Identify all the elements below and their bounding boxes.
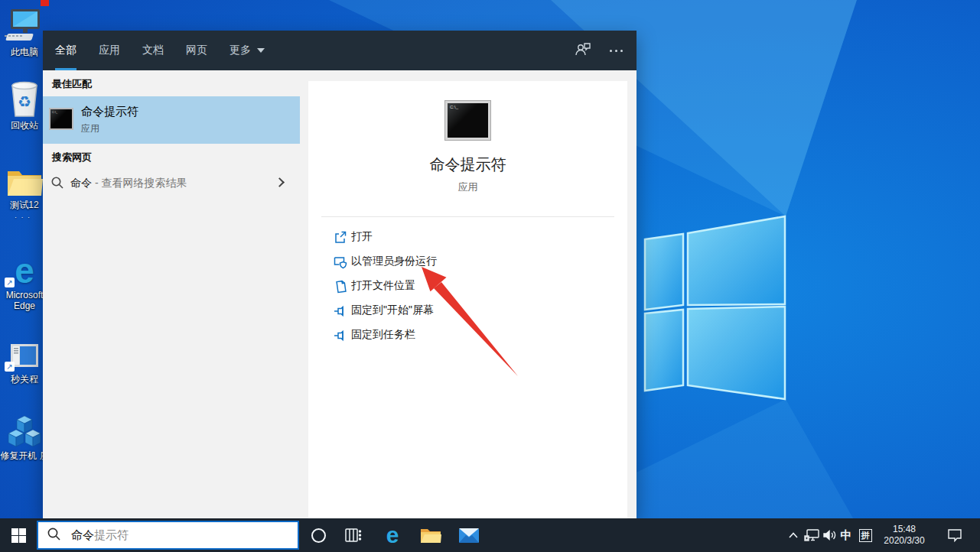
mail-icon xyxy=(458,528,480,544)
action-run-as-admin[interactable]: 以管理员身份运行 xyxy=(308,250,627,274)
chevron-up-icon xyxy=(789,532,798,538)
action-label: 打开 xyxy=(351,230,373,244)
red-icon-fragment xyxy=(41,0,49,6)
action-label: 固定到"开始"屏幕 xyxy=(351,304,434,317)
tab-label: 网页 xyxy=(186,44,207,57)
edge-icon: e ↗ xyxy=(0,249,49,287)
taskbar-search-input[interactable]: 命令提示符 xyxy=(37,521,299,550)
divider xyxy=(321,216,614,217)
action-label: 以管理员身份运行 xyxy=(351,255,437,268)
tab-apps[interactable]: 应用 xyxy=(99,31,120,70)
desktop-icon-recycle-bin[interactable]: ♻ 回收站 xyxy=(0,80,49,131)
action-open[interactable]: 打开 xyxy=(308,226,627,250)
run-as-admin-icon xyxy=(334,255,347,269)
tray-ime-language[interactable]: 中 xyxy=(837,518,855,552)
task-view-icon xyxy=(344,527,363,544)
web-query-text: 命令 - 查看网络搜索结果 xyxy=(70,177,187,190)
folder-icon xyxy=(0,159,49,197)
cortana-icon xyxy=(311,528,326,543)
result-subtitle: 应用 xyxy=(81,122,99,135)
feedback-user-icon[interactable] xyxy=(575,41,591,60)
desktop-icon-this-pc[interactable]: 此电脑 xyxy=(0,6,49,57)
section-web-search: 搜索网页 xyxy=(52,151,92,164)
tab-label: 更多 xyxy=(230,44,251,57)
recycle-bin-icon: ♻ xyxy=(0,80,49,118)
chevron-down-icon xyxy=(257,48,265,53)
edge-icon: e xyxy=(386,524,399,547)
open-file-location-icon xyxy=(334,280,347,294)
tab-more[interactable]: 更多 xyxy=(230,31,265,70)
desktop-icon-label: Microsoft Edge xyxy=(0,290,49,311)
speaker-icon xyxy=(822,529,838,541)
detail-app-title: 命令提示符 xyxy=(308,154,627,175)
ime-lang-label: 中 xyxy=(841,528,852,543)
folder-icon xyxy=(420,527,441,544)
tab-label: 文档 xyxy=(142,44,164,57)
chevron-right-icon[interactable] xyxy=(275,177,285,187)
shortcut-arrow-icon: ↗ xyxy=(5,362,15,372)
this-pc-icon xyxy=(0,6,49,44)
search-suggestion-text: 提示符 xyxy=(94,528,129,543)
pinyin-icon: 拼 xyxy=(859,529,872,542)
desktop-icon-label: 此电脑 xyxy=(0,47,49,57)
search-icon xyxy=(50,176,64,193)
web-hint-text: - 查看网络搜索结果 xyxy=(95,177,187,189)
action-pin-to-start[interactable]: 固定到"开始"屏幕 xyxy=(308,299,627,323)
action-center-button[interactable] xyxy=(939,518,970,552)
action-label: 固定到任务栏 xyxy=(351,328,415,342)
pin-to-start-icon xyxy=(334,304,347,318)
clock-date: 2020/3/30 xyxy=(884,535,924,547)
desktop-icon-label: 修复开机 屏 xyxy=(0,450,49,461)
result-detail-panel: C:\_ 命令提示符 应用 打开 以管理员身份运行 xyxy=(308,81,627,518)
pin-to-taskbar-icon xyxy=(334,329,347,343)
windows-logo-shape xyxy=(645,216,785,399)
clock-time: 15:48 xyxy=(893,524,916,535)
desktop-icon-label: 回收站 xyxy=(0,120,49,131)
tray-network-button[interactable] xyxy=(802,518,822,552)
windows-logo-icon xyxy=(11,528,26,543)
more-options-icon[interactable] xyxy=(610,50,623,52)
tab-all[interactable]: 全部 xyxy=(55,31,77,70)
detail-app-type: 应用 xyxy=(308,180,627,194)
search-filter-bar: 全部 应用 文档 网页 更多 xyxy=(43,31,637,70)
tab-label: 应用 xyxy=(99,44,120,57)
web-search-result[interactable]: 命令 - 查看网络搜索结果 xyxy=(43,170,300,197)
action-open-file-location[interactable]: 打开文件位置 xyxy=(308,274,627,299)
desktop-icon-label: 测试12 xyxy=(0,200,49,210)
search-flyout: 全部 应用 文档 网页 更多 最佳匹配 C xyxy=(43,31,637,518)
section-best-match: 最佳匹配 xyxy=(52,77,92,91)
app-window-icon: ↗ xyxy=(0,333,49,372)
desktop-icon-folder-test[interactable]: 测试12 ... xyxy=(0,159,49,219)
search-icon xyxy=(47,527,61,544)
cortana-button[interactable] xyxy=(301,518,335,552)
tab-web[interactable]: 网页 xyxy=(186,31,207,70)
cubes-icon xyxy=(0,410,49,448)
tab-documents[interactable]: 文档 xyxy=(142,31,164,70)
edge-taskbar-button[interactable]: e xyxy=(375,518,410,552)
search-typed-text: 命令 xyxy=(71,528,94,543)
file-explorer-button[interactable] xyxy=(413,518,448,552)
task-view-button[interactable] xyxy=(338,518,369,552)
svg-text:♻: ♻ xyxy=(18,93,31,110)
shortcut-arrow-icon: ↗ xyxy=(5,278,15,287)
open-icon xyxy=(334,231,347,245)
network-icon xyxy=(804,529,819,541)
action-pin-to-taskbar[interactable]: 固定到任务栏 xyxy=(308,323,627,348)
action-center-icon xyxy=(947,528,962,542)
desktop-icon-repair-boot[interactable]: 修复开机 屏 xyxy=(0,410,49,461)
mail-button[interactable] xyxy=(451,518,487,552)
tray-show-hidden-icons[interactable] xyxy=(785,518,802,552)
action-label: 打开文件位置 xyxy=(351,279,415,293)
taskbar: 命令提示符 e xyxy=(0,518,980,552)
tray-ime-mode[interactable]: 拼 xyxy=(855,518,875,552)
tray-clock[interactable]: 15:48 2020/3/30 xyxy=(877,518,932,552)
desktop-icon-miao-guan[interactable]: ↗ 秒关程 xyxy=(0,333,49,385)
label-truncation-dots: ... xyxy=(0,212,49,219)
tab-label: 全部 xyxy=(55,44,77,57)
start-button[interactable] xyxy=(0,518,37,552)
cmd-app-icon: C:\_ xyxy=(49,108,73,130)
best-match-result[interactable]: C:\_ 命令提示符 应用 xyxy=(43,96,300,144)
desktop-icon-label: 秒关程 xyxy=(0,374,49,385)
cmd-app-icon-large: C:\_ xyxy=(445,101,490,140)
desktop-icon-microsoft-edge[interactable]: e ↗ Microsoft Edge xyxy=(0,249,49,311)
